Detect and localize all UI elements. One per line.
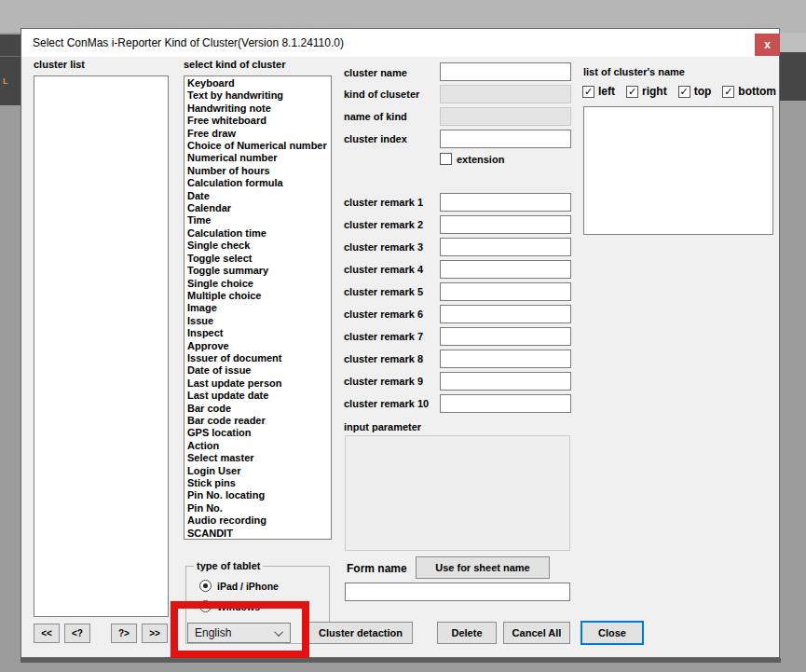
kind-list-label: select kind of cluster <box>184 59 285 70</box>
remark-label: cluster remark 6 <box>344 309 423 320</box>
delete-button[interactable]: Delete <box>437 622 497 644</box>
remark-input[interactable] <box>440 282 571 301</box>
kind-of-cluster-input <box>440 85 571 103</box>
nav-prev-button[interactable]: <? <box>64 624 90 643</box>
kind-list-item[interactable]: Date <box>187 190 331 202</box>
remark-label: cluster remark 10 <box>344 398 429 409</box>
kind-list-item[interactable]: Inspect <box>187 327 331 339</box>
remark-input[interactable] <box>440 350 571 368</box>
kind-list-item[interactable]: Issue <box>187 315 331 327</box>
remark-row: cluster remark 3 <box>344 238 571 256</box>
kind-list-item[interactable]: Free draw <box>187 128 331 140</box>
kind-list-item[interactable]: GPS location <box>187 427 331 439</box>
name-of-kind-label: name of kind <box>344 111 407 122</box>
cluster-remarks: cluster remark 1 cluster remark 2 cluste… <box>344 193 571 417</box>
kind-list-item[interactable]: Calendar <box>187 202 331 214</box>
remark-row: cluster remark 4 <box>344 260 571 279</box>
kind-list-item[interactable]: Handwriting note <box>187 103 331 115</box>
checkbox-check-icon: ✓ <box>626 86 638 98</box>
close-button[interactable]: Close <box>581 621 644 645</box>
nav-first-button[interactable]: << <box>34 624 60 643</box>
kind-list-item[interactable]: Stick pins <box>187 477 331 489</box>
kind-list-item[interactable]: Approve <box>187 340 331 352</box>
cluster-listbox[interactable] <box>34 75 169 617</box>
remark-input[interactable] <box>440 394 571 413</box>
kind-list-item[interactable]: Numerical number <box>187 152 331 164</box>
close-icon[interactable]: x <box>755 34 780 56</box>
kind-list-item[interactable]: Date of issue <box>187 364 331 377</box>
kind-list-item[interactable]: Calculation time <box>187 227 331 240</box>
remark-input[interactable] <box>440 238 571 256</box>
language-value: English <box>195 626 231 639</box>
cluster-index-input[interactable] <box>440 130 571 148</box>
kind-list-item[interactable]: Time <box>187 214 331 226</box>
type-of-tablet-legend: type of tablet <box>194 560 263 571</box>
remark-row: cluster remark 10 <box>344 394 571 413</box>
kind-list-item[interactable]: Issuer of document <box>187 352 331 364</box>
remark-input[interactable] <box>440 305 571 323</box>
input-parameter-area <box>345 435 570 551</box>
cluster-name-input[interactable] <box>440 62 571 81</box>
kind-list-item[interactable]: Single check <box>187 240 331 252</box>
kind-list-item[interactable]: Calculation formula <box>187 177 331 189</box>
kind-listbox[interactable]: Keyboard Text by handwriting Handwriting… <box>184 75 332 540</box>
remark-label: cluster remark 2 <box>344 219 423 230</box>
chevron-down-icon <box>274 627 283 637</box>
cancel-all-button[interactable]: Cancel All <box>503 622 570 644</box>
remark-row: cluster remark 7 <box>344 327 571 346</box>
kind-list-item[interactable]: Toggle summary <box>187 265 331 277</box>
anchor-checkbox-label: left <box>598 85 615 98</box>
kind-list-item[interactable]: Bar code <box>187 403 331 415</box>
checkbox-check-icon: ✓ <box>678 86 690 98</box>
anchor-checkbox-label: bottom <box>738 85 776 98</box>
kind-list-item[interactable]: Multiple choice <box>187 290 331 302</box>
kind-list-item[interactable]: Bar code reader <box>187 415 331 427</box>
remark-input[interactable] <box>440 327 571 346</box>
radio-unselected-icon <box>199 600 212 612</box>
kind-list-item[interactable]: SCANDIT <box>187 528 331 540</box>
remark-label: cluster remark 1 <box>344 197 423 208</box>
kind-list-item[interactable]: Text by handwriting <box>187 89 331 102</box>
kind-list-item[interactable]: Toggle select <box>187 253 331 265</box>
kind-list-item[interactable]: Image <box>187 302 331 314</box>
remark-input[interactable] <box>440 215 571 234</box>
anchor-checkbox[interactable]: ✓ left <box>582 85 615 98</box>
nav-last-button[interactable]: >> <box>142 624 168 643</box>
language-select[interactable]: English <box>187 623 291 643</box>
extension-checkbox[interactable] <box>440 153 452 165</box>
cluster-list-label: cluster list <box>34 59 85 70</box>
nav-next-button[interactable]: ?> <box>111 624 137 643</box>
kind-list-item[interactable]: Login User <box>187 465 331 477</box>
cluster-names-listbox[interactable] <box>583 106 773 235</box>
cluster-detection-button[interactable]: Cluster detaction <box>308 622 413 644</box>
kind-list-item[interactable]: Audio recording <box>187 514 331 527</box>
kind-list-item[interactable]: Last update date <box>187 390 331 402</box>
kind-list-item[interactable]: Free whiteboard <box>187 115 331 127</box>
kind-list-item[interactable]: Action <box>187 440 331 452</box>
anchor-checkbox[interactable]: ✓ top <box>678 85 712 98</box>
anchor-checkbox[interactable]: ✓ bottom <box>722 85 776 98</box>
radio-windows[interactable]: Windows <box>199 600 321 612</box>
kind-list-item[interactable]: Keyboard <box>187 77 331 89</box>
kind-list-item[interactable]: Select master <box>187 452 331 464</box>
kind-list-item[interactable]: Number of hours <box>187 165 331 177</box>
kind-list-item[interactable]: Pin No. <box>187 502 331 514</box>
anchor-checkbox-label: right <box>642 85 667 98</box>
desktop-right-panel <box>780 52 806 101</box>
remark-label: cluster remark 3 <box>344 241 423 253</box>
kind-list-item[interactable]: Last update person <box>187 377 331 390</box>
remark-input[interactable] <box>440 193 571 212</box>
remark-input[interactable] <box>440 260 571 279</box>
form-name-input[interactable] <box>345 583 570 601</box>
desktop-left-marker: L <box>3 76 8 86</box>
window-title: Select ConMas i-Reporter Kind of Cluster… <box>21 29 779 57</box>
kind-list-item[interactable]: Single choice <box>187 278 331 290</box>
title-bar: Select ConMas i-Reporter Kind of Cluster… <box>21 29 779 57</box>
extension-row: extension <box>440 153 504 165</box>
remark-input[interactable] <box>440 372 571 391</box>
kind-list-item[interactable]: Pin No. locating <box>187 489 331 501</box>
kind-list-item[interactable]: Choice of Numerical number <box>187 140 331 152</box>
radio-ipad-iphone[interactable]: iPad / iPhone <box>199 580 321 592</box>
anchor-checkbox[interactable]: ✓ right <box>626 85 667 98</box>
use-for-sheet-name-button[interactable]: Use for sheet name <box>416 556 550 579</box>
